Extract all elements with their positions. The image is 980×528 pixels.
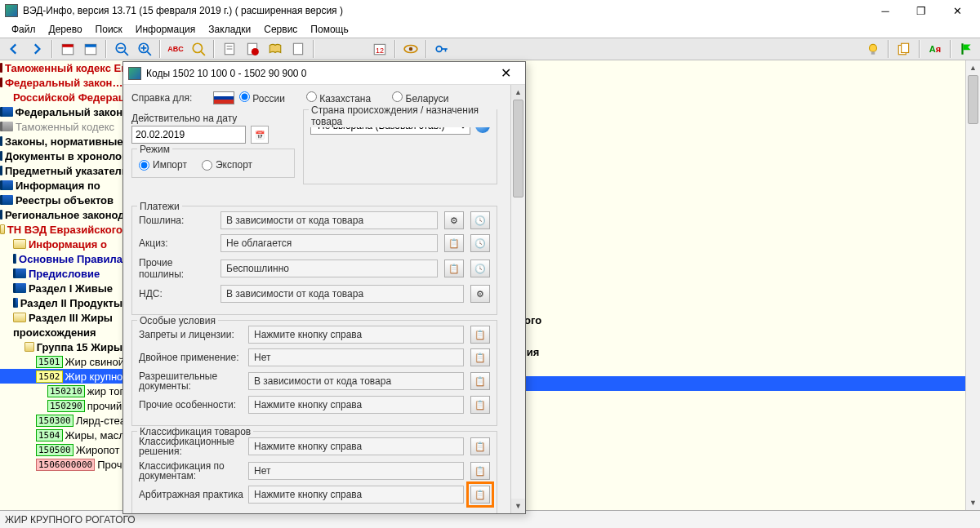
arbitration-button[interactable]: 📋	[470, 486, 490, 504]
tree-row[interactable]: 150500Жиропот	[0, 442, 122, 457]
lic-btn[interactable]: 📋	[470, 326, 490, 344]
book-blue-icon	[0, 107, 13, 117]
main-scrollbar[interactable]: ▲ ▼	[965, 60, 980, 510]
tree-row[interactable]: 1504Жиры, масла	[0, 428, 122, 442]
toolbar-doc2-button[interactable]	[287, 39, 309, 59]
tree-row[interactable]: 150210жир топленый	[0, 384, 122, 398]
menu-bookmarks[interactable]: Закладки	[202, 22, 257, 37]
tree-row[interactable]: ТН ВЭД Евразийского	[0, 222, 122, 237]
toolbar-doc1-button[interactable]	[219, 39, 240, 59]
window-close-button[interactable]: ✕	[939, 0, 975, 21]
tree-row[interactable]: 150300Лярд-стеарин	[0, 413, 122, 428]
tree-row[interactable]: Российской Федерации	[0, 90, 122, 104]
toolbar-cal1-button[interactable]	[57, 39, 78, 59]
window-minimize-button[interactable]: ─	[867, 0, 903, 21]
tree-row[interactable]: Федеральный закон…	[0, 75, 122, 90]
tree-row[interactable]: Предисловие	[0, 266, 122, 281]
dual-btn[interactable]: 📋	[470, 348, 490, 366]
otherduty-btn2[interactable]: 🕓	[470, 260, 490, 277]
tree-label: Федеральный закон…	[5, 77, 122, 89]
tree-row[interactable]: 150290прочий:	[0, 398, 122, 413]
tree-row[interactable]: Основные Правила	[0, 251, 122, 266]
otherduty-btn1[interactable]: 📋	[444, 260, 464, 277]
code-badge: 150300	[36, 415, 74, 427]
radio-russia[interactable]: России	[239, 91, 285, 104]
menu-file[interactable]: Файл	[5, 22, 42, 37]
tree-row[interactable]: Предметный указатель	[0, 163, 122, 178]
tree-row[interactable]: Раздел II Продукты	[0, 295, 122, 310]
menu-search[interactable]: Поиск	[89, 22, 129, 37]
tree-row[interactable]: Таможенный кодекс	[0, 119, 122, 134]
toolbar-docs-button[interactable]	[893, 39, 915, 59]
tree-row[interactable]: Федеральный закон	[0, 104, 122, 119]
tree-row[interactable]: Раздел I Живые	[0, 281, 122, 295]
code-badge: 1504	[36, 429, 63, 441]
feat-label: Прочие особенности:	[139, 399, 243, 410]
menu-info[interactable]: Информация	[129, 22, 202, 37]
toolbar-forward-button[interactable]	[26, 39, 47, 59]
tree-row[interactable]: происхождения	[0, 325, 122, 339]
tree-label: Таможенный кодекс Евразийского…	[5, 62, 122, 74]
toolbar-book-button[interactable]	[265, 39, 286, 59]
tree-row[interactable]: Таможенный кодекс Евразийского…	[0, 60, 122, 75]
classdec-btn[interactable]: 📋	[470, 437, 490, 455]
tree-row[interactable]: Региональное законодательство	[0, 207, 122, 222]
radio-import[interactable]: Импорт	[139, 159, 187, 171]
dialog-close-button[interactable]: ✕	[491, 62, 520, 85]
toolbar-abc-button[interactable]: ABC	[165, 39, 186, 59]
window-maximize-button[interactable]: ❐	[903, 0, 939, 21]
svg-rect-18	[293, 43, 302, 55]
tree-row[interactable]: 1506000000Прочие	[0, 457, 122, 472]
toolbar-calred-button[interactable]: 12	[369, 39, 390, 59]
tree-row[interactable]: Группа 15 Жиры	[0, 339, 122, 354]
tree-row[interactable]: Законы, нормативные	[0, 134, 122, 149]
toolbar-key-button[interactable]	[431, 39, 452, 59]
toolbar-docinfo-button[interactable]	[242, 39, 263, 59]
menu-help[interactable]: Помощь	[304, 22, 354, 37]
toolbar-lang-button[interactable]: Ая	[924, 39, 946, 59]
calendar-icon[interactable]: 📅	[251, 126, 269, 144]
toolbar-zoomin-button[interactable]	[134, 39, 155, 59]
toolbar-flag-button[interactable]	[956, 39, 977, 59]
tree-pane[interactable]: Таможенный кодекс Евразийского…Федеральн…	[0, 60, 122, 510]
tree-row[interactable]: Информация по	[0, 178, 122, 193]
tree-row[interactable]: 1502Жир крупного	[0, 369, 122, 384]
dialog-scrollbar[interactable]: ▲ ▼	[510, 85, 525, 513]
excise-btn1[interactable]: 📋	[444, 234, 464, 252]
class-legend: Классификация товаров	[137, 426, 253, 437]
tree-row[interactable]: Документы в хронологическом	[0, 149, 122, 163]
toolbar-bulb-button[interactable]	[862, 39, 884, 59]
date-input[interactable]	[131, 126, 246, 144]
vat-value: В зависимости от кода товара	[220, 285, 464, 303]
toolbar-back-button[interactable]	[3, 39, 24, 59]
feat-btn[interactable]: 📋	[470, 396, 490, 414]
classdoc-btn[interactable]: 📋	[470, 462, 490, 480]
menu-service[interactable]: Сервис	[257, 22, 304, 37]
tree-row[interactable]: 1501Жир свиной	[0, 354, 122, 369]
tree-row[interactable]: Информация о	[0, 237, 122, 251]
vat-label: НДС:	[139, 288, 216, 299]
radio-belarus[interactable]: Беларуси	[392, 91, 448, 104]
duty-btn2[interactable]: 🕓	[470, 211, 490, 229]
valid-on-label: Действительно на дату	[131, 113, 295, 124]
otherduty-value: Беспошлинно	[220, 260, 438, 277]
toolbar-find-button[interactable]	[188, 39, 209, 59]
radio-export[interactable]: Экспорт	[202, 159, 252, 171]
toolbar-cal2-button[interactable]	[80, 39, 101, 59]
duty-btn1[interactable]: ⚙	[444, 211, 464, 229]
menu-tree[interactable]: Дерево	[42, 22, 89, 37]
svg-rect-30	[961, 43, 963, 55]
book-blue-icon	[0, 151, 2, 161]
excise-value: Не облагается	[220, 234, 438, 252]
tree-row[interactable]: Реестры объектов	[0, 193, 122, 207]
perm-btn[interactable]: 📋	[470, 372, 490, 390]
tree-label: Лярд-стеарин	[76, 415, 122, 427]
codes-dialog: Коды 1502 10 100 0 - 1502 90 900 0 ✕ Спр…	[122, 61, 526, 514]
toolbar-zoomout-button[interactable]	[111, 39, 132, 59]
radio-kazakhstan[interactable]: Казахстана	[306, 91, 371, 104]
excise-btn2[interactable]: 🕓	[470, 234, 490, 252]
classdec-label: Классификационные решения:	[139, 437, 243, 456]
tree-row[interactable]: Раздел III Жиры	[0, 310, 122, 325]
toolbar-eye-button[interactable]	[400, 39, 421, 59]
vat-btn[interactable]: ⚙	[470, 285, 490, 303]
